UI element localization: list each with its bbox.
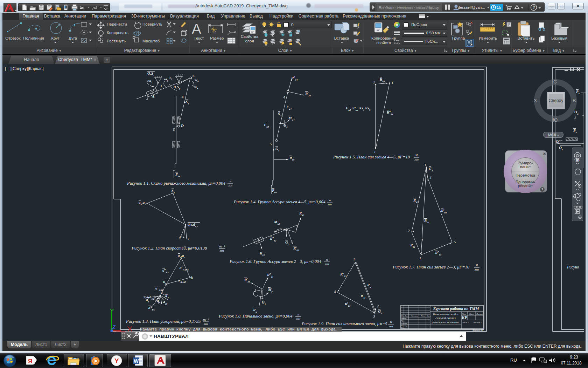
svg-text:Mи3: Mи3: [274, 220, 280, 225]
svg-text:R05: R05: [379, 77, 385, 83]
svg-text:4: 4: [334, 289, 336, 294]
svg-text:№ докум.: № докум.: [411, 315, 418, 317]
svg-text:Рисунок 1.6. Группа Ассура зв: Рисунок 1.6. Группа Ассура звелев 2—3, μ…: [229, 259, 321, 264]
svg-text:Mу: Mу: [268, 287, 273, 293]
svg-text:Rt21: Rt21: [244, 277, 250, 283]
svg-text:Pпв: Pпв: [175, 172, 180, 178]
svg-text:Y: Y: [114, 357, 119, 364]
svg-text:м: м: [229, 179, 231, 183]
svg-text:Н: Н: [390, 320, 392, 324]
svg-text:Rt03: Rt03: [441, 208, 447, 214]
svg-text:Я: Я: [28, 358, 32, 364]
svg-text:Н: Н: [475, 264, 478, 267]
svg-text:Rn21: Rn21: [340, 272, 346, 278]
svg-text:G5: G5: [275, 146, 280, 152]
svg-text:G3: G3: [429, 166, 433, 172]
svg-text:A: A: [152, 94, 154, 98]
svg-text:Pпв: Pпв: [272, 188, 277, 194]
svg-text:Изм.Лист: Изм.Лист: [401, 315, 409, 317]
svg-text:Rn34: Rn34: [386, 110, 393, 116]
svg-text:Fи4: Fи4: [286, 105, 292, 110]
svg-text:3: 3: [160, 84, 162, 88]
svg-text:Н: Н: [415, 154, 418, 157]
svg-text:Формат A1: Формат A1: [472, 329, 483, 331]
svg-text:мм: мм: [203, 322, 208, 326]
svg-text:Введите ключевое слово/фразу: Введите ключевое слово/фразу: [379, 6, 440, 10]
svg-text:R05: R05: [289, 156, 295, 161]
svg-text:anA3: anA3: [162, 268, 169, 274]
svg-text:Листов: Листов: [476, 313, 483, 315]
svg-text:k: k: [191, 275, 193, 279]
svg-text:мм: мм: [474, 268, 479, 271]
svg-text:3: 3: [373, 314, 375, 318]
svg-text:?: ?: [533, 5, 535, 10]
svg-text:рычажного механизма: рычажного механизма: [432, 321, 459, 324]
svg-text:Rn03: Rn03: [435, 250, 442, 256]
svg-text:Rи: Rи: [253, 308, 257, 313]
svg-text:Rt03: Rt03: [293, 246, 299, 252]
svg-text:Листов 2: Листов 2: [473, 321, 482, 323]
svg-text:A: A: [192, 21, 201, 36]
svg-text:Рисунок 1.9. План сил начальн: Рисунок 1.9. План сил начального звена, …: [301, 321, 387, 326]
svg-text:Лист 1: Лист 1: [462, 321, 469, 323]
svg-text:Рисунок 1.2. План скоростей,: Рисунок 1.2. План скоростей, μв=0,0138: [131, 246, 207, 251]
svg-text:a−BC: a−BC: [148, 305, 155, 311]
svg-text:мм: мм: [414, 158, 419, 161]
svg-text:2D: 2D: [576, 159, 579, 162]
svg-text:Рисунок 1.8. Начальное звено,: Рисунок 1.8. Начальное звено, μл=0,004: [218, 314, 293, 319]
svg-text:Fи5+Pпв+G4+G5: Fи5+Pпв+G4+G5: [345, 106, 371, 111]
svg-text:мм: мм: [296, 317, 300, 320]
svg-text:D: D: [181, 123, 184, 128]
svg-text:Rn21: Rn21: [267, 272, 273, 278]
svg-text:R41: R41: [360, 294, 365, 299]
svg-text:S4: S4: [186, 100, 189, 105]
svg-text:мм: мм: [388, 325, 393, 328]
svg-text:Кинематический и: Кинематический и: [433, 312, 458, 316]
svg-text:Rt21: Rt21: [344, 301, 350, 307]
svg-text:КР: КР: [461, 315, 467, 320]
svg-text:Рисунок 1.7. План сил звеьев: Рисунок 1.7. План сил звеьев 2—3, μF=10: [392, 265, 470, 270]
svg-text:a3,a2: a3,a2: [139, 200, 146, 206]
svg-text:3: 3: [391, 81, 393, 85]
svg-text:W: W: [134, 358, 139, 364]
svg-text:м: м: [297, 313, 299, 316]
svg-text:O1: O1: [556, 139, 560, 145]
svg-text:a2b: a2b: [163, 300, 168, 305]
svg-text:Разраб.: Разраб.: [401, 318, 407, 319]
svg-text:м: м: [326, 258, 328, 261]
svg-text:0: 0: [291, 22, 294, 27]
svg-text:Рисунок 1.5. План сил звеьев: Рисунок 1.5. План сил звеьев 4—5, μF=10: [333, 155, 410, 159]
svg-text:R43: R43: [299, 211, 304, 217]
svg-text:2: 2: [377, 304, 379, 308]
svg-text:мс⁻²: мс⁻²: [202, 318, 209, 321]
svg-text:5: 5: [454, 240, 456, 244]
svg-text:G1: G1: [262, 300, 266, 306]
svg-text:Пров.: Пров.: [401, 320, 405, 322]
svg-text:Pв: Pв: [573, 128, 577, 134]
svg-text:R03: R03: [424, 218, 429, 224]
svg-text:c: c: [188, 237, 189, 240]
svg-text:[—][Сверху][Каркас]: [—][Сверху][Каркас]: [5, 66, 44, 71]
svg-text:Подп.: Подп.: [421, 315, 425, 317]
svg-text:R12: R12: [410, 243, 415, 248]
svg-text:derzaeff@yan...: derzaeff@yan...: [458, 5, 485, 9]
svg-text:мм: мм: [327, 203, 332, 206]
svg-text:мм: мм: [219, 249, 224, 252]
svg-text:4: 4: [182, 95, 184, 99]
svg-text:Рисунок 1.1. Схема рычажного: Рисунок 1.1. Схема рычажного механизма, …: [127, 181, 225, 186]
svg-text:2: 2: [408, 229, 410, 233]
svg-text:Рисуно: Рисуно: [567, 265, 579, 270]
svg-text:мс⁻¹: мс⁻¹: [218, 245, 225, 248]
svg-text:Утв.: Утв.: [401, 327, 405, 329]
svg-text:Rи: Rи: [367, 283, 371, 288]
svg-text:Рисунок 1.3. План ускорений,: Рисунок 1.3. План ускорений, μа=0,1735: [126, 319, 201, 324]
svg-text:O,S1: O,S1: [147, 71, 154, 77]
svg-text:2: 2: [373, 80, 375, 84]
svg-text:Рисунок 1.4. Группа Ассура зв: Рисунок 1.4. Группа Ассура звеьев 4—5, μ…: [233, 199, 326, 204]
svg-text:ω3: ω3: [164, 77, 168, 82]
svg-text:ω4: ω4: [195, 77, 199, 83]
svg-text:G1: G1: [378, 309, 382, 315]
svg-text:ε4: ε4: [195, 84, 198, 90]
svg-text:Т.контр.: Т.контр.: [401, 322, 407, 324]
svg-text:4: 4: [283, 95, 285, 99]
